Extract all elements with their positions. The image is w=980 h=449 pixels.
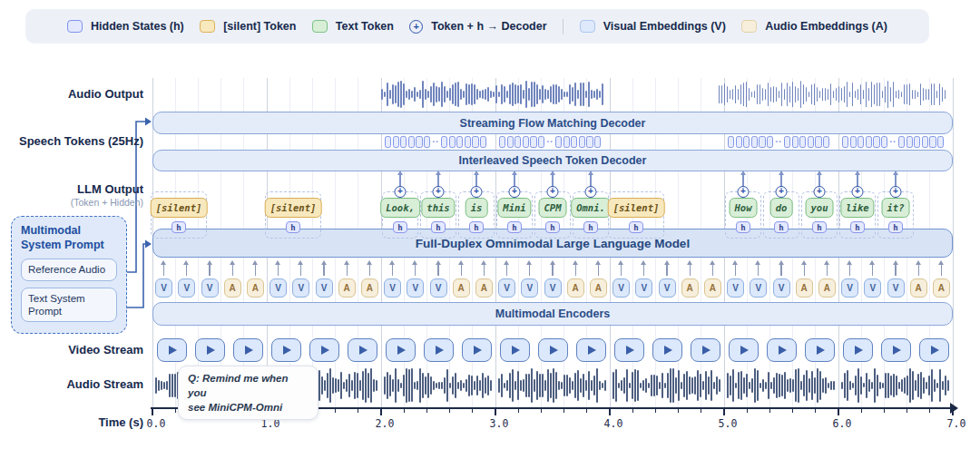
text-token: Mini xyxy=(497,198,531,218)
legend-label: Token + h → Decoder xyxy=(431,20,546,33)
minor-tick xyxy=(404,408,405,413)
audio-embedding-box: A xyxy=(338,278,356,298)
embedding-up-arrow xyxy=(849,265,850,276)
visual-embedding-box: V xyxy=(178,278,195,298)
legend-label: Visual Embeddings (V) xyxy=(603,20,726,33)
minor-tick xyxy=(906,408,907,413)
embedding-up-arrow xyxy=(369,265,370,276)
hidden-state-box: h xyxy=(507,221,522,233)
token-plus-hidden-icon: + xyxy=(547,186,559,198)
time-axis-arrowhead xyxy=(950,403,958,414)
video-frame-button xyxy=(652,338,682,362)
audio-embeddings-a--swatch xyxy=(741,20,757,33)
video-frame-button xyxy=(767,338,797,362)
legend-item: Text Token xyxy=(312,20,394,33)
embedding-up-arrow xyxy=(666,265,667,276)
speech-token xyxy=(792,136,799,148)
token-plus-hidden-icon: + xyxy=(890,186,902,198)
play-icon xyxy=(436,346,444,355)
llm-token-group: +it?h xyxy=(877,191,914,239)
audio-embedding-box: A xyxy=(933,278,950,298)
video-frame-button xyxy=(614,338,644,362)
speech-token xyxy=(555,136,562,148)
llm-token-group: +likeh xyxy=(839,191,876,239)
minor-tick xyxy=(518,408,519,413)
speech-token xyxy=(465,136,471,148)
speech-token xyxy=(523,136,529,148)
llm-token-group: +youh xyxy=(801,191,838,239)
video-frame-button xyxy=(157,338,187,362)
speech-token xyxy=(499,136,505,148)
token-plus-hidden-icon: + xyxy=(409,20,423,34)
visual-embedding-box: V xyxy=(498,278,515,298)
embedding-up-arrow xyxy=(506,265,507,276)
time-tick-label: 6.0 xyxy=(829,417,855,430)
speech-token xyxy=(784,136,790,148)
speech-token xyxy=(850,136,857,148)
multimodal-system-prompt-box: Multimodal System Prompt Reference Audio… xyxy=(11,216,127,334)
minor-tick xyxy=(541,408,542,413)
embedding-up-arrow xyxy=(690,265,691,276)
speech-token xyxy=(842,136,848,148)
time-tick-label: 4.0 xyxy=(601,417,626,430)
-silent-token-swatch xyxy=(200,20,215,33)
text-token: Look, xyxy=(380,198,420,218)
video-frame-button xyxy=(195,338,225,362)
major-tick xyxy=(723,408,724,415)
audio-embedding-box: A xyxy=(567,278,584,298)
legend-label: [silent] Token xyxy=(223,20,296,33)
hidden-state-box: h xyxy=(172,221,186,233)
minor-tick xyxy=(335,408,336,413)
play-icon xyxy=(474,346,482,355)
visual-embedding-box: V xyxy=(887,278,905,298)
hidden-state-box: h xyxy=(431,221,446,233)
streaming-flow-matching-decoder-bar: Streaming Flow Matching Decoder xyxy=(152,112,953,134)
hidden-state-box: h xyxy=(629,221,643,233)
speech-token xyxy=(449,136,456,148)
legend-item: +Token + h → Decoder xyxy=(409,20,546,34)
visual-embedding-box: V xyxy=(773,278,790,298)
speech-token xyxy=(743,136,750,148)
speech-token xyxy=(538,136,544,148)
speech-token xyxy=(441,136,447,148)
legend-item: Audio Embeddings (A) xyxy=(741,20,887,33)
audio-embedding-box: A xyxy=(475,278,493,298)
minor-tick xyxy=(564,408,564,413)
speech-token xyxy=(937,136,944,148)
text-token: like xyxy=(840,198,874,218)
visual-embedding-box: V xyxy=(407,278,424,298)
bar-label-flow-decoder: Streaming Flow Matching Decoder xyxy=(460,117,646,130)
llm-token-group-silent: [silent]h xyxy=(265,191,321,239)
text-token: do xyxy=(770,198,793,218)
major-tick xyxy=(609,408,610,415)
speech-token xyxy=(579,136,585,148)
minor-tick xyxy=(472,408,473,413)
visual-embedding-box: V xyxy=(201,278,219,298)
play-icon xyxy=(702,346,710,355)
embedding-up-arrow xyxy=(552,265,553,276)
embedding-up-arrow xyxy=(712,265,713,276)
audio-embedding-box: A xyxy=(453,278,470,298)
embedding-up-arrow xyxy=(232,265,233,276)
video-frame-button xyxy=(462,338,492,362)
row-label-video-stream: Video Stream xyxy=(0,343,143,356)
minor-tick xyxy=(815,408,816,413)
major-tick xyxy=(838,408,838,415)
video-frame-button xyxy=(309,338,339,362)
llm-token-group: +doh xyxy=(763,191,799,239)
hidden-state-box: h xyxy=(583,221,598,233)
text-token-swatch xyxy=(312,20,328,33)
embedding-up-arrow xyxy=(872,265,873,276)
speech-token xyxy=(823,136,829,148)
time-tick-label: 2.0 xyxy=(372,417,397,430)
speech-token xyxy=(594,136,601,148)
minor-tick xyxy=(175,408,176,413)
speech-token xyxy=(815,136,821,148)
multimodal-encoders-bar: Multimodal Encoders xyxy=(152,302,953,326)
audio-embedding-box: A xyxy=(796,278,813,298)
token-plus-hidden-icon: + xyxy=(395,186,407,198)
speech-token xyxy=(914,136,920,148)
embedding-up-arrow xyxy=(392,265,393,276)
audio-embedding-box: A xyxy=(590,278,607,298)
major-tick xyxy=(952,408,953,415)
